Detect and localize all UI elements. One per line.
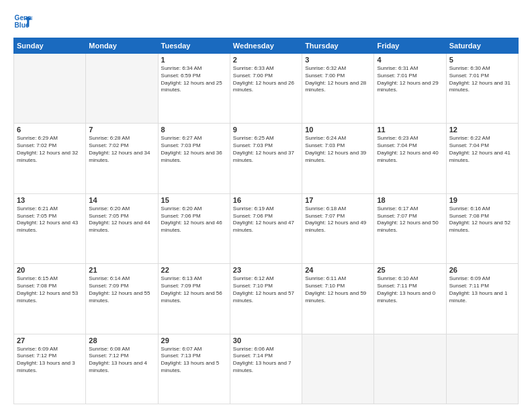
- cell-info: Sunrise: 6:32 AMSunset: 7:00 PMDaylight:…: [305, 65, 371, 94]
- calendar-cell: 16Sunrise: 6:19 AMSunset: 7:06 PMDayligh…: [230, 193, 302, 263]
- cell-info: Sunrise: 6:23 AMSunset: 7:04 PMDaylight:…: [377, 135, 443, 164]
- day-number: 3: [305, 56, 371, 64]
- cell-info: Sunrise: 6:31 AMSunset: 7:01 PMDaylight:…: [377, 65, 443, 94]
- calendar-cell: 24Sunrise: 6:11 AMSunset: 7:10 PMDayligh…: [302, 264, 374, 334]
- calendar-cell: [14, 54, 86, 124]
- day-number: 16: [233, 196, 299, 204]
- day-number: 30: [233, 336, 299, 345]
- cell-info: Sunrise: 6:28 AMSunset: 7:02 PMDaylight:…: [89, 135, 154, 164]
- calendar-body: 1Sunrise: 6:34 AMSunset: 6:59 PMDaylight…: [14, 54, 519, 404]
- day-number: 23: [233, 266, 299, 274]
- calendar-cell: [446, 334, 518, 404]
- calendar-cell: 26Sunrise: 6:09 AMSunset: 7:11 PMDayligh…: [446, 264, 518, 334]
- page: General Blue SundayMondayTuesdayWednesda…: [0, 0, 532, 411]
- calendar-cell: 29Sunrise: 6:07 AMSunset: 7:13 PMDayligh…: [158, 334, 230, 404]
- day-number: 27: [17, 336, 83, 345]
- cell-info: Sunrise: 6:09 AMSunset: 7:11 PMDaylight:…: [449, 275, 515, 304]
- calendar-cell: 15Sunrise: 6:20 AMSunset: 7:06 PMDayligh…: [158, 193, 230, 263]
- day-number: 13: [17, 196, 83, 204]
- day-number: 15: [161, 196, 227, 204]
- calendar-row: 13Sunrise: 6:21 AMSunset: 7:05 PMDayligh…: [14, 193, 519, 263]
- day-number: 10: [305, 126, 371, 134]
- day-number: 26: [449, 266, 515, 274]
- cell-info: Sunrise: 6:30 AMSunset: 7:01 PMDaylight:…: [449, 65, 515, 94]
- calendar-cell: 22Sunrise: 6:13 AMSunset: 7:09 PMDayligh…: [158, 264, 230, 334]
- calendar-cell: 20Sunrise: 6:15 AMSunset: 7:08 PMDayligh…: [14, 264, 86, 334]
- cell-info: Sunrise: 6:07 AMSunset: 7:13 PMDaylight:…: [161, 346, 227, 375]
- calendar-row: 20Sunrise: 6:15 AMSunset: 7:08 PMDayligh…: [14, 264, 519, 334]
- day-number: 28: [89, 336, 154, 345]
- cell-info: Sunrise: 6:16 AMSunset: 7:08 PMDaylight:…: [449, 205, 515, 234]
- calendar-row: 1Sunrise: 6:34 AMSunset: 6:59 PMDaylight…: [14, 54, 519, 124]
- calendar-cell: 14Sunrise: 6:20 AMSunset: 7:05 PMDayligh…: [86, 193, 158, 263]
- calendar-row: 27Sunrise: 6:09 AMSunset: 7:12 PMDayligh…: [14, 334, 519, 404]
- calendar-cell: 10Sunrise: 6:24 AMSunset: 7:03 PMDayligh…: [302, 124, 374, 193]
- weekday-header: Saturday: [446, 38, 518, 54]
- cell-info: Sunrise: 6:06 AMSunset: 7:14 PMDaylight:…: [233, 346, 299, 375]
- cell-info: Sunrise: 6:29 AMSunset: 7:02 PMDaylight:…: [17, 135, 83, 164]
- calendar-cell: [374, 334, 446, 404]
- cell-info: Sunrise: 6:14 AMSunset: 7:09 PMDaylight:…: [89, 275, 154, 304]
- cell-info: Sunrise: 6:09 AMSunset: 7:12 PMDaylight:…: [17, 346, 83, 375]
- day-number: 8: [161, 126, 227, 134]
- calendar-cell: 19Sunrise: 6:16 AMSunset: 7:08 PMDayligh…: [446, 193, 518, 263]
- calendar-cell: 5Sunrise: 6:30 AMSunset: 7:01 PMDaylight…: [446, 54, 518, 124]
- calendar-header-row: SundayMondayTuesdayWednesdayThursdayFrid…: [14, 38, 519, 54]
- day-number: 24: [305, 266, 371, 274]
- calendar-cell: 30Sunrise: 6:06 AMSunset: 7:14 PMDayligh…: [230, 334, 302, 404]
- calendar-cell: 1Sunrise: 6:34 AMSunset: 6:59 PMDaylight…: [158, 54, 230, 124]
- weekday-header: Friday: [374, 38, 446, 54]
- calendar-table: SundayMondayTuesdayWednesdayThursdayFrid…: [13, 38, 519, 404]
- cell-info: Sunrise: 6:33 AMSunset: 7:00 PMDaylight:…: [233, 65, 299, 94]
- calendar-cell: 3Sunrise: 6:32 AMSunset: 7:00 PMDaylight…: [302, 54, 374, 124]
- calendar-cell: 21Sunrise: 6:14 AMSunset: 7:09 PMDayligh…: [86, 264, 158, 334]
- calendar-cell: [86, 54, 158, 124]
- cell-info: Sunrise: 6:12 AMSunset: 7:10 PMDaylight:…: [233, 275, 299, 304]
- cell-info: Sunrise: 6:18 AMSunset: 7:07 PMDaylight:…: [305, 205, 371, 234]
- calendar-cell: 13Sunrise: 6:21 AMSunset: 7:05 PMDayligh…: [14, 193, 86, 263]
- calendar-cell: 2Sunrise: 6:33 AMSunset: 7:00 PMDaylight…: [230, 54, 302, 124]
- cell-info: Sunrise: 6:20 AMSunset: 7:06 PMDaylight:…: [161, 205, 227, 234]
- cell-info: Sunrise: 6:22 AMSunset: 7:04 PMDaylight:…: [449, 135, 515, 164]
- calendar-cell: 23Sunrise: 6:12 AMSunset: 7:10 PMDayligh…: [230, 264, 302, 334]
- day-number: 21: [89, 266, 154, 274]
- logo: General Blue: [13, 12, 32, 31]
- day-number: 7: [89, 126, 154, 134]
- cell-info: Sunrise: 6:19 AMSunset: 7:06 PMDaylight:…: [233, 205, 299, 234]
- cell-info: Sunrise: 6:34 AMSunset: 6:59 PMDaylight:…: [161, 65, 227, 94]
- day-number: 9: [233, 126, 299, 134]
- calendar-cell: 12Sunrise: 6:22 AMSunset: 7:04 PMDayligh…: [446, 124, 518, 193]
- calendar-cell: 8Sunrise: 6:27 AMSunset: 7:03 PMDaylight…: [158, 124, 230, 193]
- day-number: 14: [89, 196, 154, 204]
- calendar-cell: 7Sunrise: 6:28 AMSunset: 7:02 PMDaylight…: [86, 124, 158, 193]
- cell-info: Sunrise: 6:13 AMSunset: 7:09 PMDaylight:…: [161, 275, 227, 304]
- logo-icon: General Blue: [13, 12, 32, 31]
- day-number: 18: [377, 196, 443, 204]
- cell-info: Sunrise: 6:08 AMSunset: 7:12 PMDaylight:…: [89, 346, 154, 375]
- cell-info: Sunrise: 6:17 AMSunset: 7:07 PMDaylight:…: [377, 205, 443, 234]
- cell-info: Sunrise: 6:24 AMSunset: 7:03 PMDaylight:…: [305, 135, 371, 164]
- calendar-row: 6Sunrise: 6:29 AMSunset: 7:02 PMDaylight…: [14, 124, 519, 193]
- day-number: 5: [449, 56, 515, 64]
- cell-info: Sunrise: 6:20 AMSunset: 7:05 PMDaylight:…: [89, 205, 154, 234]
- cell-info: Sunrise: 6:21 AMSunset: 7:05 PMDaylight:…: [17, 205, 83, 234]
- day-number: 20: [17, 266, 83, 274]
- weekday-header: Sunday: [14, 38, 86, 54]
- calendar-cell: 18Sunrise: 6:17 AMSunset: 7:07 PMDayligh…: [374, 193, 446, 263]
- day-number: 22: [161, 266, 227, 274]
- cell-info: Sunrise: 6:15 AMSunset: 7:08 PMDaylight:…: [17, 275, 83, 304]
- day-number: 25: [377, 266, 443, 274]
- calendar-cell: [302, 334, 374, 404]
- day-number: 12: [449, 126, 515, 134]
- calendar-cell: 25Sunrise: 6:10 AMSunset: 7:11 PMDayligh…: [374, 264, 446, 334]
- cell-info: Sunrise: 6:27 AMSunset: 7:03 PMDaylight:…: [161, 135, 227, 164]
- weekday-header: Thursday: [302, 38, 374, 54]
- calendar-cell: 28Sunrise: 6:08 AMSunset: 7:12 PMDayligh…: [86, 334, 158, 404]
- day-number: 1: [161, 56, 227, 64]
- weekday-header: Tuesday: [158, 38, 230, 54]
- cell-info: Sunrise: 6:25 AMSunset: 7:03 PMDaylight:…: [233, 135, 299, 164]
- cell-info: Sunrise: 6:10 AMSunset: 7:11 PMDaylight:…: [377, 275, 443, 304]
- calendar-cell: 27Sunrise: 6:09 AMSunset: 7:12 PMDayligh…: [14, 334, 86, 404]
- day-number: 11: [377, 126, 443, 134]
- day-number: 6: [17, 126, 83, 134]
